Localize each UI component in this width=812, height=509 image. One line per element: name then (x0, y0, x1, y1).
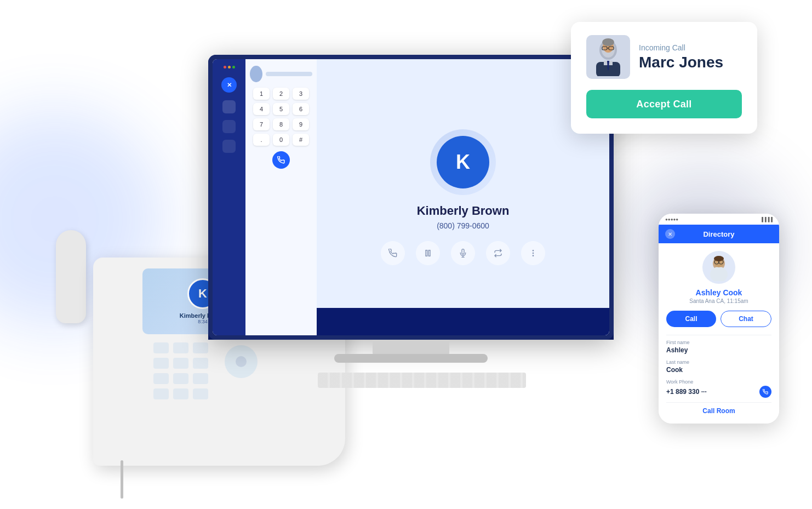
key-2[interactable]: 2 (273, 88, 289, 100)
incoming-call-card: Incoming Call Marc Jones Accept Call (571, 22, 757, 134)
app-dialpad-panel: 1 2 3 4 5 6 7 8 9 . 0 # (245, 59, 317, 335)
mobile-action-buttons: Call Chat (666, 311, 771, 327)
app-keypad: 1 2 3 4 5 6 7 8 9 . 0 # (253, 88, 309, 146)
action-transfer-icon[interactable] (486, 241, 510, 265)
incoming-call-info: Incoming Call Marc Jones (586, 35, 742, 79)
svg-point-4 (533, 255, 533, 256)
key-9[interactable]: 9 (293, 118, 309, 130)
svg-rect-0 (426, 250, 427, 256)
window-controls (224, 66, 235, 68)
last-name-label: Last name (666, 359, 771, 365)
directory-contact-location: Santa Ana CA, 11:15am (666, 298, 771, 304)
svg-rect-1 (428, 250, 430, 256)
key-7[interactable]: 7 (253, 118, 270, 130)
phone-handset (56, 230, 86, 323)
mobile-status-bar: ●●●●● ▐▐▐▐ (659, 214, 779, 225)
contact-phone: (800) 799-0600 (437, 221, 489, 230)
call-actions (381, 241, 545, 265)
key-dot[interactable]: . (253, 134, 270, 146)
mobile-chat-button[interactable]: Chat (720, 311, 771, 327)
key-8[interactable]: 8 (273, 118, 289, 130)
svg-point-3 (533, 253, 533, 253)
mobile-content: Ashley Cook Santa Ana CA, 11:15am Call C… (659, 243, 779, 424)
svg-point-10 (602, 38, 614, 46)
svg-point-2 (533, 250, 533, 251)
work-phone-label: Work Phone (666, 379, 771, 385)
last-name-value: Cook (666, 366, 771, 374)
mobile-call-button[interactable]: Call (666, 311, 716, 327)
key-hash[interactable]: # (293, 134, 309, 146)
sidebar-nav-item-3[interactable] (222, 140, 236, 153)
app-sidebar: ✕ (213, 59, 245, 335)
monitor-base (334, 354, 488, 363)
app-main-content: K Kimberly Brown (800) 799-0600 (317, 59, 609, 335)
work-phone-value: +1 889 330 ··· (666, 388, 707, 396)
key-0[interactable]: 0 (273, 134, 289, 146)
contact-avatar: K (437, 136, 489, 188)
first-name-value: Ashley (666, 346, 771, 354)
user-avatar-small (250, 66, 262, 82)
contact-avatar-ring: K (430, 129, 496, 195)
key-5[interactable]: 5 (273, 103, 289, 115)
contact-name: Kimberly Brown (417, 204, 510, 218)
sidebar-nav-item-2[interactable] (222, 120, 236, 133)
work-phone-row: +1 889 330 ··· (666, 386, 771, 398)
caller-name: Marc Jones (639, 54, 723, 71)
phone-dialpad (153, 342, 208, 399)
app-call-button[interactable] (272, 151, 290, 169)
divider-1 (666, 335, 771, 335)
phone-cord (121, 460, 123, 499)
sidebar-nav-item-1[interactable] (222, 100, 236, 113)
action-more-icon[interactable] (521, 241, 545, 265)
svg-point-16 (710, 267, 728, 281)
action-hold-icon[interactable] (416, 241, 440, 265)
maximize-dot (232, 66, 235, 68)
first-name-label: First name (666, 340, 771, 345)
mobile-directory-panel: ●●●●● ▐▐▐▐ ✕ Directory (659, 214, 779, 424)
directory-contact-name: Ashley Cook (666, 288, 771, 297)
directory-title: Directory (703, 230, 734, 238)
app-bottom-bar (317, 308, 609, 335)
phone-screen-time: 8:34 (198, 319, 208, 324)
keyboard (318, 373, 526, 388)
directory-contact-avatar (702, 251, 735, 284)
mobile-header: ✕ Directory (659, 225, 779, 243)
caller-photo (586, 35, 630, 79)
caller-info: Incoming Call Marc Jones (639, 43, 723, 71)
call-room-link[interactable]: Call Room (666, 407, 771, 415)
call-phone-icon[interactable] (759, 386, 771, 398)
divider-2 (666, 402, 771, 403)
app-ui: ✕ 1 2 3 4 5 (213, 59, 609, 335)
close-dot (224, 66, 226, 68)
incoming-label: Incoming Call (639, 43, 723, 52)
app-logo-icon: ✕ (221, 77, 237, 93)
monitor-screen: ✕ 1 2 3 4 5 (208, 55, 614, 340)
key-6[interactable]: 6 (293, 103, 309, 115)
action-mute-icon[interactable] (451, 241, 475, 265)
dialpad-input[interactable] (266, 72, 313, 76)
minimize-dot (228, 66, 231, 68)
mobile-close-button[interactable]: ✕ (665, 229, 675, 239)
scene: K Kimberly Brown 8:34 (0, 0, 812, 509)
action-phone-icon[interactable] (381, 241, 405, 265)
key-1[interactable]: 1 (253, 88, 270, 100)
key-3[interactable]: 3 (293, 88, 309, 100)
key-4[interactable]: 4 (253, 103, 270, 115)
svg-point-21 (714, 256, 724, 261)
accept-call-button[interactable]: Accept Call (586, 90, 742, 118)
